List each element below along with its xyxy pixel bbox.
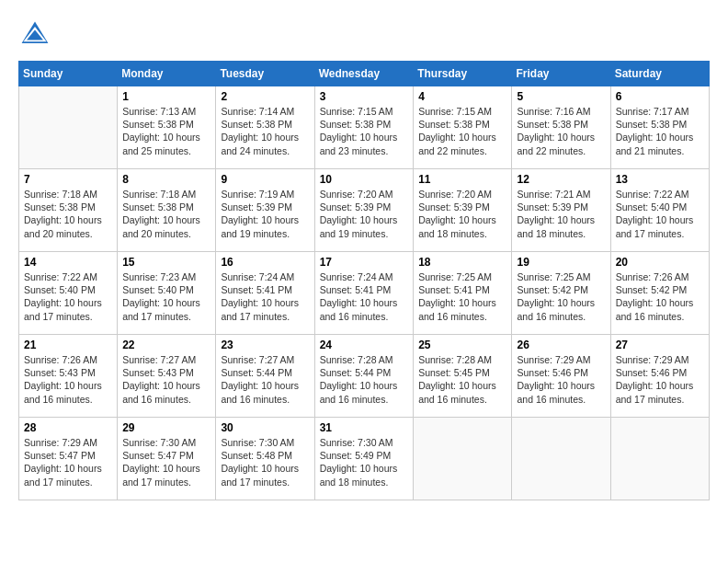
day-info: Sunrise: 7:27 AM Sunset: 5:43 PM Dayligh… xyxy=(122,353,210,406)
calendar-cell xyxy=(610,418,709,500)
calendar-cell: 20Sunrise: 7:26 AM Sunset: 5:42 PM Dayli… xyxy=(610,252,709,335)
calendar-cell: 27Sunrise: 7:29 AM Sunset: 5:46 PM Dayli… xyxy=(610,335,709,418)
day-number: 30 xyxy=(221,421,309,434)
day-info: Sunrise: 7:26 AM Sunset: 5:43 PM Dayligh… xyxy=(24,353,112,406)
day-number: 18 xyxy=(418,256,506,269)
day-info: Sunrise: 7:19 AM Sunset: 5:39 PM Dayligh… xyxy=(221,188,309,240)
calendar-cell xyxy=(19,86,118,169)
calendar-week-row: 7Sunrise: 7:18 AM Sunset: 5:38 PM Daylig… xyxy=(19,169,710,252)
calendar-table: SundayMondayTuesdayWednesdayThursdayFrid… xyxy=(18,61,710,500)
day-number: 29 xyxy=(122,421,210,434)
calendar-cell: 15Sunrise: 7:23 AM Sunset: 5:40 PM Dayli… xyxy=(118,252,216,335)
calendar-cell: 21Sunrise: 7:26 AM Sunset: 5:43 PM Dayli… xyxy=(19,335,118,418)
calendar-cell: 1Sunrise: 7:13 AM Sunset: 5:38 PM Daylig… xyxy=(118,86,216,169)
weekday-header-wednesday: Wednesday xyxy=(314,62,414,86)
day-info: Sunrise: 7:29 AM Sunset: 5:46 PM Dayligh… xyxy=(517,353,605,406)
day-info: Sunrise: 7:24 AM Sunset: 5:41 PM Dayligh… xyxy=(320,270,409,323)
weekday-header-row: SundayMondayTuesdayWednesdayThursdayFrid… xyxy=(19,62,710,86)
day-number: 17 xyxy=(320,256,409,269)
day-number: 4 xyxy=(418,90,506,103)
day-number: 13 xyxy=(616,173,704,186)
day-info: Sunrise: 7:29 AM Sunset: 5:47 PM Dayligh… xyxy=(24,436,112,488)
day-number: 28 xyxy=(24,421,112,434)
day-number: 31 xyxy=(320,421,409,434)
calendar-cell: 17Sunrise: 7:24 AM Sunset: 5:41 PM Dayli… xyxy=(314,252,414,335)
calendar-cell: 7Sunrise: 7:18 AM Sunset: 5:38 PM Daylig… xyxy=(19,169,118,252)
calendar-cell: 12Sunrise: 7:21 AM Sunset: 5:39 PM Dayli… xyxy=(512,169,610,252)
day-number: 6 xyxy=(616,90,704,103)
calendar-cell: 22Sunrise: 7:27 AM Sunset: 5:43 PM Dayli… xyxy=(118,335,216,418)
calendar-cell: 5Sunrise: 7:16 AM Sunset: 5:38 PM Daylig… xyxy=(512,86,610,169)
day-info: Sunrise: 7:20 AM Sunset: 5:39 PM Dayligh… xyxy=(320,188,409,240)
day-info: Sunrise: 7:17 AM Sunset: 5:38 PM Dayligh… xyxy=(616,105,704,157)
calendar-cell: 13Sunrise: 7:22 AM Sunset: 5:40 PM Dayli… xyxy=(610,169,709,252)
day-number: 10 xyxy=(320,173,409,186)
calendar-cell: 30Sunrise: 7:30 AM Sunset: 5:48 PM Dayli… xyxy=(216,418,314,500)
day-info: Sunrise: 7:23 AM Sunset: 5:40 PM Dayligh… xyxy=(122,270,210,323)
day-info: Sunrise: 7:29 AM Sunset: 5:46 PM Dayligh… xyxy=(616,353,704,406)
day-info: Sunrise: 7:24 AM Sunset: 5:41 PM Dayligh… xyxy=(221,270,309,323)
day-info: Sunrise: 7:30 AM Sunset: 5:48 PM Dayligh… xyxy=(221,436,309,488)
weekday-header-monday: Monday xyxy=(118,62,216,86)
day-info: Sunrise: 7:14 AM Sunset: 5:38 PM Dayligh… xyxy=(221,105,309,157)
weekday-header-friday: Friday xyxy=(512,62,610,86)
calendar-cell: 8Sunrise: 7:18 AM Sunset: 5:38 PM Daylig… xyxy=(118,169,216,252)
calendar-cell: 23Sunrise: 7:27 AM Sunset: 5:44 PM Dayli… xyxy=(216,335,314,418)
day-number: 20 xyxy=(616,256,704,269)
day-number: 21 xyxy=(24,339,112,351)
calendar-week-row: 14Sunrise: 7:22 AM Sunset: 5:40 PM Dayli… xyxy=(19,252,710,335)
day-info: Sunrise: 7:15 AM Sunset: 5:38 PM Dayligh… xyxy=(418,105,506,157)
calendar-week-row: 28Sunrise: 7:29 AM Sunset: 5:47 PM Dayli… xyxy=(19,418,710,500)
day-number: 27 xyxy=(616,339,704,351)
day-info: Sunrise: 7:25 AM Sunset: 5:41 PM Dayligh… xyxy=(418,270,506,323)
day-number: 25 xyxy=(418,339,506,351)
day-info: Sunrise: 7:28 AM Sunset: 5:44 PM Dayligh… xyxy=(320,353,409,406)
day-number: 8 xyxy=(122,173,210,186)
weekday-header-sunday: Sunday xyxy=(19,62,118,86)
calendar-cell: 25Sunrise: 7:28 AM Sunset: 5:45 PM Dayli… xyxy=(414,335,512,418)
day-number: 26 xyxy=(517,339,605,351)
calendar-cell: 31Sunrise: 7:30 AM Sunset: 5:49 PM Dayli… xyxy=(314,418,414,500)
calendar-cell: 11Sunrise: 7:20 AM Sunset: 5:39 PM Dayli… xyxy=(414,169,512,252)
day-number: 2 xyxy=(221,90,309,103)
calendar-cell: 19Sunrise: 7:25 AM Sunset: 5:42 PM Dayli… xyxy=(512,252,610,335)
logo xyxy=(18,18,55,52)
day-info: Sunrise: 7:20 AM Sunset: 5:39 PM Dayligh… xyxy=(418,188,506,240)
calendar-cell: 14Sunrise: 7:22 AM Sunset: 5:40 PM Dayli… xyxy=(19,252,118,335)
day-info: Sunrise: 7:22 AM Sunset: 5:40 PM Dayligh… xyxy=(24,270,112,323)
calendar-cell: 29Sunrise: 7:30 AM Sunset: 5:47 PM Dayli… xyxy=(118,418,216,500)
calendar-cell: 4Sunrise: 7:15 AM Sunset: 5:38 PM Daylig… xyxy=(414,86,512,169)
day-number: 22 xyxy=(122,339,210,351)
day-info: Sunrise: 7:13 AM Sunset: 5:38 PM Dayligh… xyxy=(122,105,210,157)
calendar-cell xyxy=(512,418,610,500)
day-number: 12 xyxy=(517,173,605,186)
calendar-cell: 9Sunrise: 7:19 AM Sunset: 5:39 PM Daylig… xyxy=(216,169,314,252)
logo-icon xyxy=(18,18,51,52)
calendar-week-row: 21Sunrise: 7:26 AM Sunset: 5:43 PM Dayli… xyxy=(19,335,710,418)
weekday-header-saturday: Saturday xyxy=(610,62,709,86)
calendar-cell: 26Sunrise: 7:29 AM Sunset: 5:46 PM Dayli… xyxy=(512,335,610,418)
calendar-cell: 3Sunrise: 7:15 AM Sunset: 5:38 PM Daylig… xyxy=(314,86,414,169)
calendar-cell: 24Sunrise: 7:28 AM Sunset: 5:44 PM Dayli… xyxy=(314,335,414,418)
page-header xyxy=(18,18,710,52)
day-info: Sunrise: 7:26 AM Sunset: 5:42 PM Dayligh… xyxy=(616,270,704,323)
day-number: 1 xyxy=(122,90,210,103)
day-info: Sunrise: 7:16 AM Sunset: 5:38 PM Dayligh… xyxy=(517,105,605,157)
day-number: 24 xyxy=(320,339,409,351)
calendar-cell: 6Sunrise: 7:17 AM Sunset: 5:38 PM Daylig… xyxy=(610,86,709,169)
day-number: 14 xyxy=(24,256,112,269)
day-number: 11 xyxy=(418,173,506,186)
day-info: Sunrise: 7:30 AM Sunset: 5:49 PM Dayligh… xyxy=(320,436,409,488)
day-info: Sunrise: 7:15 AM Sunset: 5:38 PM Dayligh… xyxy=(320,105,409,157)
calendar-cell: 16Sunrise: 7:24 AM Sunset: 5:41 PM Dayli… xyxy=(216,252,314,335)
day-number: 19 xyxy=(517,256,605,269)
day-number: 7 xyxy=(24,173,112,186)
calendar-cell xyxy=(414,418,512,500)
day-number: 23 xyxy=(221,339,309,351)
day-info: Sunrise: 7:25 AM Sunset: 5:42 PM Dayligh… xyxy=(517,270,605,323)
day-info: Sunrise: 7:30 AM Sunset: 5:47 PM Dayligh… xyxy=(122,436,210,488)
day-number: 15 xyxy=(122,256,210,269)
calendar-week-row: 1Sunrise: 7:13 AM Sunset: 5:38 PM Daylig… xyxy=(19,86,710,169)
calendar-cell: 18Sunrise: 7:25 AM Sunset: 5:41 PM Dayli… xyxy=(414,252,512,335)
day-number: 9 xyxy=(221,173,309,186)
